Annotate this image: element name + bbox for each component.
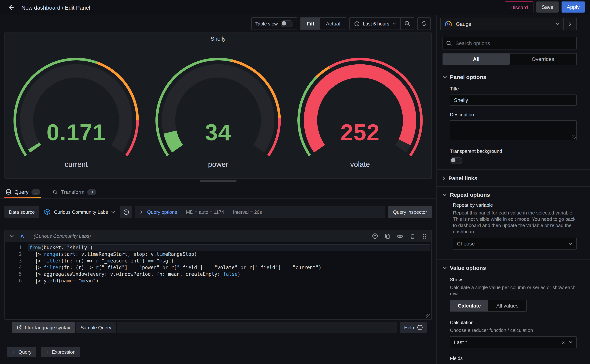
fill-actual-group: Fill Actual [300,17,347,30]
code-line[interactable]: 6 |> yield(name: "mean") [5,278,431,284]
content: Table view Fill Actual Last 6 hours [0,15,590,364]
visualization-select[interactable]: 79 Gauge [441,18,563,30]
datasource-name: Curious Community Labs [54,209,108,215]
description-label: Description [450,112,577,117]
database-icon [6,189,12,195]
collapse-sidebar-button[interactable] [563,18,576,30]
query-help-button[interactable]: ? [372,233,378,239]
datasource-picker[interactable]: Curious Community Labs [40,206,119,218]
transparent-bg-toggle[interactable] [450,157,463,164]
description-textarea[interactable] [450,120,577,140]
value-options-header[interactable]: Value options [442,265,577,271]
all-values-tab[interactable]: All values [488,300,526,311]
query-count-badge: 1 [31,189,40,195]
code-lines: 1from(bucket: "shelly")2 |> range(start:… [5,244,431,284]
grafana-edit-panel: New dashboard / Edit Panel Discard Save … [0,0,590,364]
panel-title-input[interactable] [450,95,577,106]
code-line[interactable]: 4 |> filter(fn: (r) => r["_field"] == "p… [5,264,431,271]
query-card: A (Curious Community Labs) ? [4,230,432,320]
discard-button[interactable]: Discard [505,1,533,13]
calculation-select[interactable]: Last * × [450,336,577,348]
external-link-icon [17,325,22,330]
panel-options-heading: Panel options [450,74,486,80]
flux-syntax-button[interactable]: Flux language syntax [12,322,75,333]
tab-overrides[interactable]: Overrides [510,53,576,65]
save-button[interactable]: Save [536,1,559,13]
tab-all[interactable]: All [443,53,510,65]
query-ref-id[interactable]: A [20,233,24,239]
panel-options-header[interactable]: Panel options [442,74,577,80]
time-range-picker[interactable]: Last 6 hours [350,18,400,30]
chevron-down-icon [442,193,447,196]
chevron-down-icon [392,22,396,25]
show-label: Show [450,277,577,282]
apply-button[interactable]: Apply [562,1,585,13]
code-line[interactable]: 2 |> range(start: v.timeRangeStart, stop… [5,251,431,258]
interval-info: Interval = 20s [233,209,262,215]
add-expression-label: Expression [52,349,76,355]
zoom-out-icon [404,21,410,26]
actual-option[interactable]: Actual [320,18,346,30]
gauge-label: volate [289,160,431,169]
panel-resize-handle[interactable] [200,180,237,182]
svg-text:?: ? [125,210,127,214]
question-circle-icon: ? [123,209,129,215]
editor-tabs: Query 1 Transform 0 [0,186,436,199]
sample-query-button[interactable]: Sample Query [76,322,116,333]
code-line[interactable]: 5 |> aggregateWindow(every: v.windowPeri… [5,271,431,278]
datasource-help-button[interactable]: ? [120,206,132,218]
panel-options-content: Title Description Transparent background [450,80,577,164]
drag-dots-icon [422,233,427,239]
search-input[interactable] [455,40,573,46]
show-desc: Calculate a single value per column or s… [450,284,577,297]
calculation-label: Calculation [450,320,577,325]
help-button[interactable]: Help i [400,322,428,333]
query-options-link[interactable]: Query options [147,209,177,215]
arrow-left-icon [7,4,15,11]
gauge-power: 34 power [147,54,289,169]
repeat-options-content: Repeat by variable Repeat this panel for… [445,202,577,250]
duplicate-query-button[interactable] [384,233,390,239]
tab-query[interactable]: Query 1 [4,186,41,198]
calculation-value: Last * [454,339,467,345]
refresh-button[interactable] [417,17,431,30]
gauge-value: 252 [289,120,431,145]
table-view-toggle[interactable] [281,20,293,27]
chevron-down-icon [556,23,560,26]
section-divider [436,186,590,187]
zoom-out-button[interactable] [401,18,414,30]
gauge-arc [148,54,288,165]
transform-count-badge: 0 [87,189,96,195]
add-query-label: Query [19,349,32,355]
collapse-chevron-icon[interactable] [10,235,14,238]
toggle-visibility-button[interactable] [397,233,403,239]
add-query-button[interactable]: + Query [7,347,36,357]
clear-icon[interactable]: × [562,339,565,345]
add-expression-button[interactable]: + Expression [41,347,80,357]
panel-links-header[interactable]: Panel links [442,175,577,181]
code-line[interactable]: 1from(bucket: "shelly") [5,244,431,251]
time-range-label: Last 6 hours [363,21,389,26]
panel-preview[interactable]: Shelly 0.171 current 34 power 252 [4,32,432,179]
textarea-resize-handle[interactable] [572,136,576,139]
query-inspector-button[interactable]: Query inspector [388,206,432,218]
code-line[interactable]: 3 |> filter(fn: (r) => r["_measurement"]… [5,258,431,264]
editor-resize-handle[interactable] [426,314,430,318]
chevron-right-icon[interactable] [140,210,143,214]
fill-option[interactable]: Fill [301,18,320,30]
refresh-icon [421,21,427,26]
calculate-tab[interactable]: Calculate [450,300,488,311]
flux-query-editor[interactable]: 1from(bucket: "shelly")2 |> range(start:… [5,242,431,319]
drag-handle[interactable] [422,233,427,239]
delete-query-button[interactable] [409,233,416,239]
back-button[interactable] [6,2,16,13]
repeat-variable-select[interactable]: Choose [453,238,577,250]
options-search[interactable] [442,37,577,49]
repeat-options-header[interactable]: Repeat options [442,192,577,198]
chevron-down-icon [442,76,447,78]
top-bar: New dashboard / Edit Panel Discard Save … [0,0,590,15]
visualization-picker: 79 Gauge [440,18,577,30]
tab-transform[interactable]: Transform 0 [51,186,97,198]
svg-text:i: i [419,326,420,329]
gauge-value: 0.171 [5,120,147,145]
